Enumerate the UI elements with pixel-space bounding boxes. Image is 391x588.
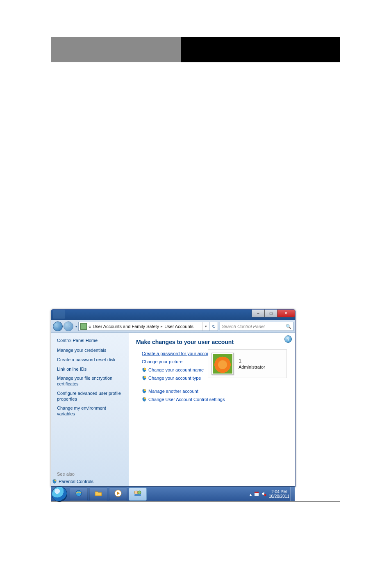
option-manage-another-account-label: Manage another account: [148, 389, 198, 394]
document-header-band: [51, 37, 340, 62]
tray-clock[interactable]: 2:04 PM 10/20/2011: [269, 490, 289, 499]
sidebar-task-manage-credentials[interactable]: Manage your credentials: [57, 348, 125, 353]
search-icon: 🔍: [286, 324, 291, 329]
shield-icon: [142, 367, 147, 372]
breadcrumb-separator-icon: ▸: [161, 324, 163, 328]
taskbar-explorer-button[interactable]: [89, 488, 107, 501]
account-text: 1 Administrator: [239, 357, 265, 370]
control-panel-icon: [80, 323, 87, 330]
shield-icon: [142, 376, 147, 381]
refresh-button[interactable]: ↻: [209, 322, 218, 330]
sidebar-task-link-online-ids[interactable]: Link online IDs: [57, 367, 125, 372]
option-manage-another-account[interactable]: Manage another account: [142, 389, 289, 394]
nav-history-dropdown[interactable]: ▾: [74, 325, 78, 328]
taskbar: ▴ 2:04 PM 10/20/2011: [51, 486, 295, 501]
forward-button[interactable]: →: [64, 321, 73, 331]
user-accounts-icon: [133, 489, 142, 499]
tray-volume-icon[interactable]: [261, 491, 266, 497]
option-change-uac-settings[interactable]: Change User Account Control settings: [142, 397, 289, 402]
forward-arrow-icon: →: [66, 324, 70, 329]
tray-date: 10/20/2011: [269, 494, 289, 499]
media-player-icon: [114, 489, 122, 499]
header-right-cell: [181, 37, 340, 62]
title-preview-icon: [53, 310, 65, 319]
shield-icon: [142, 389, 147, 394]
avatar-frame: [211, 353, 234, 375]
address-dropdown-button[interactable]: ▾: [202, 322, 209, 330]
close-button[interactable]: ✕: [277, 310, 295, 317]
control-panel-home-link[interactable]: Control Panel Home: [57, 338, 125, 343]
maximize-button[interactable]: ▢: [264, 310, 277, 317]
taskbar-ie-button[interactable]: [70, 488, 88, 501]
shield-icon: [52, 479, 57, 484]
svg-point-9: [264, 494, 266, 496]
sidebar-task-manage-file-encryption-certificates[interactable]: Manage your file encryption certificates: [57, 376, 125, 387]
page-title: Make changes to your user account: [136, 339, 289, 345]
search-placeholder: Search Control Panel: [222, 324, 265, 329]
svg-rect-5: [134, 494, 141, 496]
breadcrumb-crumb-2[interactable]: User Accounts: [164, 324, 193, 329]
back-arrow-icon: ←: [56, 324, 60, 329]
ie-icon: [75, 489, 83, 499]
account-name: 1: [239, 357, 265, 365]
option-change-uac-settings-label: Change User Account Control settings: [148, 397, 225, 402]
sidebar-task-configure-advanced-profile-properties[interactable]: Configure advanced user profile properti…: [57, 391, 125, 402]
system-tray: ▴ 2:04 PM 10/20/2011: [250, 490, 290, 499]
window-titlebar: – ▢ ✕: [51, 310, 295, 320]
start-button[interactable]: [52, 486, 67, 502]
svg-rect-7: [255, 492, 259, 493]
search-box[interactable]: Search Control Panel 🔍: [220, 322, 293, 331]
maximize-glyph: ▢: [269, 311, 273, 315]
main-content: ? Make changes to your user account Crea…: [129, 333, 295, 487]
tray-show-hidden-icons[interactable]: ▴: [250, 492, 252, 497]
sidebar: Control Panel Home Manage your credentia…: [51, 333, 129, 487]
window-client-area: Control Panel Home Manage your credentia…: [51, 333, 295, 487]
see-also-parental-controls-label: Parental Controls: [59, 479, 93, 484]
avatar-image: [213, 354, 232, 374]
document-page: – ▢ ✕ ← → ▾ « User Accounts a: [0, 0, 391, 588]
svg-point-4: [138, 491, 141, 494]
taskbar-control-panel-button[interactable]: [129, 488, 147, 501]
folder-icon: [94, 489, 102, 499]
minimize-glyph: –: [257, 311, 259, 315]
sidebar-task-change-environment-variables[interactable]: Change my environment variables: [57, 406, 125, 417]
show-desktop-button[interactable]: [290, 487, 295, 501]
shield-icon: [142, 397, 147, 402]
header-left-cell: [51, 37, 181, 62]
sidebar-task-create-password-reset-disk[interactable]: Create a password reset disk: [57, 357, 125, 363]
account-role: Administrator: [239, 364, 265, 370]
navigation-bar: ← → ▾ « User Accounts and Family Safety …: [51, 320, 295, 333]
breadcrumb-crumb-1[interactable]: User Accounts and Family Safety: [93, 324, 159, 329]
option-change-account-name-label: Change your account name: [148, 367, 204, 372]
section-underline: [51, 501, 340, 501]
see-also-parental-controls[interactable]: Parental Controls: [52, 479, 125, 484]
taskbar-media-player-button[interactable]: [109, 488, 127, 501]
option-create-password-label: Create a password for your account: [142, 351, 213, 356]
help-icon: ?: [287, 337, 290, 342]
options-group-b: Manage another account Change User Accou…: [136, 389, 289, 402]
back-button[interactable]: ←: [53, 321, 63, 331]
close-glyph: ✕: [284, 311, 288, 315]
breadcrumb-prefix: «: [89, 324, 91, 329]
tray-time: 2:04 PM: [269, 490, 289, 494]
minimize-button[interactable]: –: [252, 310, 265, 317]
control-panel-window: – ▢ ✕ ← → ▾ « User Accounts a: [51, 309, 296, 487]
tray-action-center-icon[interactable]: [254, 491, 259, 497]
see-also-label: See also: [57, 472, 125, 476]
address-bar[interactable]: « User Accounts and Family Safety ▸ User…: [78, 322, 218, 331]
current-account-tile: 1 Administrator: [208, 349, 287, 378]
svg-point-3: [134, 491, 138, 494]
caption-buttons: – ▢ ✕: [252, 310, 295, 317]
option-change-account-type-label: Change your account type: [148, 376, 201, 381]
svg-marker-8: [262, 492, 264, 496]
option-change-picture-label: Change your picture: [142, 359, 182, 364]
help-button[interactable]: ?: [284, 335, 292, 343]
